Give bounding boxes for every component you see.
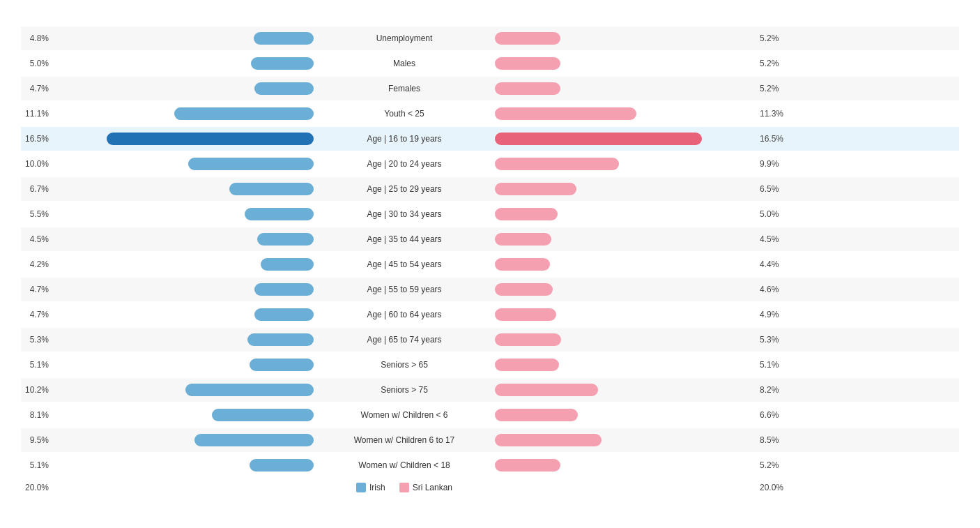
- right-bar-container: 5.1%: [495, 359, 788, 371]
- row-label: Females: [314, 84, 495, 93]
- row-label: Women w/ Children < 18: [314, 460, 495, 470]
- right-value: 5.3%: [760, 335, 788, 345]
- chart-row: 6.7% Age | 25 to 29 years 6.5%: [21, 177, 959, 201]
- right-value: 5.2%: [760, 33, 788, 43]
- right-bar-container: 6.5%: [495, 183, 788, 195]
- left-bar: [185, 384, 314, 396]
- left-bar-container: 10.2%: [21, 384, 314, 396]
- right-bar-container: 11.3%: [495, 107, 788, 120]
- right-bar-container: 4.9%: [495, 308, 788, 321]
- right-value: 4.9%: [760, 310, 788, 319]
- left-value: 4.7%: [21, 310, 49, 319]
- chart-row: 11.1% Youth < 25 11.3%: [21, 102, 959, 126]
- axis-left-label: 20.0%: [21, 483, 49, 492]
- right-bar: [495, 258, 550, 271]
- left-value: 4.5%: [21, 234, 49, 244]
- left-value: 4.2%: [21, 259, 49, 269]
- right-bar-container: 4.6%: [495, 283, 788, 296]
- right-bar: [495, 283, 553, 296]
- left-bar-container: 4.2%: [21, 258, 314, 271]
- left-bar-wrap: [53, 459, 314, 472]
- right-bar-wrap: [495, 409, 756, 421]
- left-bar-container: 5.1%: [21, 359, 314, 371]
- left-bar-wrap: [53, 333, 314, 346]
- right-value: 4.6%: [760, 285, 788, 294]
- right-bar-wrap: [495, 384, 756, 396]
- left-bar: [247, 333, 314, 346]
- right-bar: [495, 308, 556, 321]
- left-bar-wrap: [53, 82, 314, 95]
- left-bar-container: 4.8%: [21, 32, 314, 45]
- row-label: Age | 20 to 24 years: [314, 159, 495, 169]
- right-bar-wrap: [495, 459, 756, 472]
- right-value: 5.0%: [760, 209, 788, 219]
- left-value: 11.1%: [21, 109, 49, 119]
- axis-right: 20.0%: [495, 483, 788, 492]
- right-bar-wrap: [495, 82, 756, 95]
- right-bar-wrap: [495, 32, 756, 45]
- row-label: Unemployment: [314, 33, 495, 43]
- irish-swatch: [356, 483, 366, 492]
- axis-row: 20.0% Irish Sri Lankan 20.0%: [21, 483, 959, 492]
- left-bar-wrap: [53, 32, 314, 45]
- left-bar-container: 4.7%: [21, 308, 314, 321]
- right-bar: [495, 233, 551, 246]
- legend-srilankan: Sri Lankan: [399, 483, 452, 492]
- left-bar-container: 5.1%: [21, 459, 314, 472]
- right-bar: [495, 409, 578, 421]
- right-value: 6.6%: [760, 410, 788, 420]
- right-bar: [495, 107, 636, 120]
- chart-row: 5.3% Age | 65 to 74 years 5.3%: [21, 328, 959, 352]
- right-bar: [495, 208, 558, 220]
- right-bar-wrap: [495, 183, 756, 195]
- chart-row: 9.5% Women w/ Children 6 to 17 8.5%: [21, 428, 959, 452]
- row-label: Age | 35 to 44 years: [314, 234, 495, 244]
- row-label: Seniors > 65: [314, 360, 495, 370]
- right-bar-wrap: [495, 283, 756, 296]
- right-value: 11.3%: [760, 109, 788, 119]
- right-value: 5.2%: [760, 460, 788, 470]
- page-wrapper: 4.8% Unemployment 5.2% 5.0% Males 5.2%: [21, 14, 959, 492]
- right-bar-wrap: [495, 333, 756, 346]
- left-value: 4.7%: [21, 285, 49, 294]
- left-bar: [261, 258, 314, 271]
- right-value: 9.9%: [760, 159, 788, 169]
- right-bar-container: 4.5%: [495, 233, 788, 246]
- srilankan-legend-label: Sri Lankan: [413, 483, 452, 492]
- right-bar: [495, 183, 576, 195]
- right-bar-container: 4.4%: [495, 258, 788, 271]
- left-value: 8.1%: [21, 410, 49, 420]
- left-bar-container: 5.0%: [21, 57, 314, 70]
- chart-row: 5.1% Seniors > 65 5.1%: [21, 353, 959, 377]
- srilankan-swatch: [399, 483, 409, 492]
- right-bar-container: 8.5%: [495, 434, 788, 446]
- right-bar: [495, 158, 619, 170]
- row-label: Age | 45 to 54 years: [314, 259, 495, 269]
- left-bar-container: 9.5%: [21, 434, 314, 446]
- chart-row: 5.5% Age | 30 to 34 years 5.0%: [21, 202, 959, 226]
- left-bar-wrap: [53, 434, 314, 446]
- right-bar-wrap: [495, 208, 756, 220]
- left-value: 4.7%: [21, 84, 49, 93]
- left-bar: [174, 107, 314, 120]
- left-value: 5.3%: [21, 335, 49, 345]
- chart-row: 10.0% Age | 20 to 24 years 9.9%: [21, 152, 959, 176]
- right-value: 5.2%: [760, 84, 788, 93]
- left-bar-container: 4.7%: [21, 283, 314, 296]
- row-label: Women w/ Children < 6: [314, 410, 495, 420]
- left-bar-container: 6.7%: [21, 183, 314, 195]
- left-bar-container: 8.1%: [21, 409, 314, 421]
- axis-left: 20.0%: [21, 483, 314, 492]
- row-label: Women w/ Children 6 to 17: [314, 435, 495, 445]
- right-bar: [495, 32, 560, 45]
- left-bar-wrap: [53, 208, 314, 220]
- row-label: Age | 30 to 34 years: [314, 209, 495, 219]
- right-value: 4.4%: [760, 259, 788, 269]
- right-bar-container: 5.0%: [495, 208, 788, 220]
- chart-row: 4.7% Females 5.2%: [21, 77, 959, 100]
- left-value: 9.5%: [21, 435, 49, 445]
- left-value: 5.0%: [21, 59, 49, 68]
- left-value: 4.8%: [21, 33, 49, 43]
- right-bar-wrap: [495, 359, 756, 371]
- left-value: 16.5%: [21, 134, 49, 144]
